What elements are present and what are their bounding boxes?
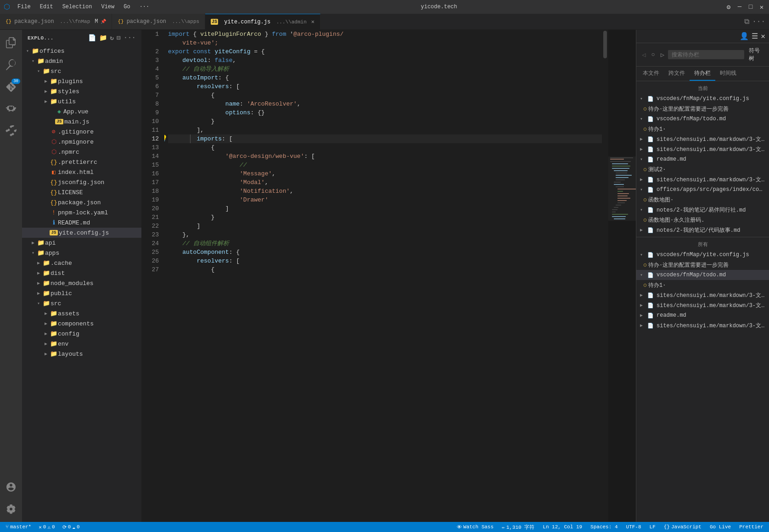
sidebar-item-apps[interactable]: ▾ 📁 apps <box>22 248 141 258</box>
refresh-icon[interactable]: ↻ <box>110 34 114 42</box>
close-panel-icon[interactable]: ✕ <box>761 32 765 41</box>
menu-icon[interactable]: ☰ <box>752 32 758 41</box>
sidebar-item-assets[interactable]: ▶ 📁 assets <box>22 308 141 319</box>
panel-item-notes-1-1[interactable]: ◯ 函数地图·永久注册码. <box>636 215 769 225</box>
status-cursor[interactable]: Ln 12, Col 19 <box>541 524 584 530</box>
status-prettier[interactable]: Prettier <box>737 524 765 530</box>
menu-more[interactable]: ··· <box>136 3 153 11</box>
settings-icon[interactable]: ⚙ <box>725 3 732 11</box>
title-search[interactable]: yicode.tech <box>157 4 721 10</box>
panel-all-sites-1[interactable]: ▶ 📄 sites/chensuiyi.me/markdown/3-文章 <box>636 290 769 300</box>
sidebar-item-dist[interactable]: ▶ 📁 dist <box>22 268 141 278</box>
tab-timeline[interactable]: 时间线 <box>715 67 741 81</box>
sidebar-item-src[interactable]: ▾ 📁 src <box>22 66 141 76</box>
status-line-ending[interactable]: LF <box>648 524 657 530</box>
sidebar-item-styles[interactable]: ▶ 📁 styles <box>22 86 141 96</box>
panel-item-todo-md[interactable]: ▾ 📄 vscodes/fnMap/todo.md <box>636 114 769 124</box>
status-errors-warnings[interactable]: ✕ 0 ⚠ 0 <box>37 524 56 530</box>
status-watch-sass[interactable]: 👁 Watch Sass <box>455 524 495 530</box>
sidebar-item-node-modules[interactable]: ▶ 📁 node_modules <box>22 278 141 288</box>
close-button[interactable]: ✕ <box>758 3 765 11</box>
sidebar-item-readme[interactable]: ℹ README.md <box>22 218 141 228</box>
nav-forward-icon[interactable]: ▷ <box>659 50 666 60</box>
panel-all-readme[interactable]: ▶ 📄 readme.md <box>636 310 769 320</box>
maximize-button[interactable]: □ <box>747 3 754 11</box>
panel-item-readme[interactable]: ▾ 📄 readme.md <box>636 154 769 164</box>
menu-go[interactable]: Go <box>120 3 134 11</box>
panel-item-offices-1[interactable]: ◯ 函数地图· <box>636 195 769 205</box>
tab-package-json-fnmap[interactable]: {} package.json ...\\fnMap M 📌 <box>0 14 112 29</box>
collapse-all-icon[interactable]: ⊟ <box>117 34 121 42</box>
status-language[interactable]: {} JavaScript <box>662 524 703 530</box>
sidebar-item-layouts[interactable]: ▶ 📁 layouts <box>22 349 141 359</box>
editor-content[interactable]: 1 2 3 4 5 6 7 8 9 10 11 12 13 14 15 16 1… <box>141 30 636 522</box>
more-actions-icon[interactable]: ··· <box>752 17 765 26</box>
menu-selection[interactable]: Selection <box>59 3 96 11</box>
status-spaces[interactable]: Spaces: 4 <box>589 524 619 530</box>
sidebar-item-config[interactable]: ▶ 📁 config <box>22 329 141 339</box>
activity-account[interactable] <box>0 476 22 498</box>
sidebar-item-jsconfig-json[interactable]: {} jsconfig.json <box>22 177 141 187</box>
menu-file[interactable]: File <box>14 3 34 11</box>
panel-all-todo-md[interactable]: ▾ 📄 vscodes/fnMap/todo.md <box>636 270 769 280</box>
search-input[interactable] <box>668 50 744 59</box>
sidebar-item-utils[interactable]: ▶ 📁 utils <box>22 96 141 106</box>
activity-git[interactable]: 30 <box>0 76 22 98</box>
activity-settings[interactable] <box>0 498 22 520</box>
sidebar-item-package-json[interactable]: {} package.json <box>22 197 141 207</box>
sidebar-item-license[interactable]: {} LICENSE <box>22 187 141 197</box>
tab-close-button[interactable]: ✕ <box>311 18 314 25</box>
activity-files[interactable] <box>0 32 22 54</box>
new-file-icon[interactable]: 📄 <box>88 34 96 42</box>
status-branch[interactable]: ⑂ master* <box>4 524 33 530</box>
panel-item-offices[interactable]: ▾ 📄 offices/apps/src/pages/index/compo..… <box>636 185 769 195</box>
status-go-live[interactable]: Go Live <box>708 524 733 530</box>
sidebar-item-main-js[interactable]: JS main.js <box>22 117 141 127</box>
tab-yite-config[interactable]: JS yite.config.js ...\\admin ✕ <box>205 14 320 29</box>
editor-scrollbar[interactable] <box>602 30 608 522</box>
sidebar-item-pnpm-lock[interactable]: ! pnpm-lock.yaml <box>22 207 141 218</box>
status-chars[interactable]: ✏ 1,310 字符 <box>500 524 536 531</box>
activity-search[interactable] <box>0 54 22 76</box>
nav-circle-icon[interactable]: ○ <box>649 50 657 59</box>
sidebar-item-prettierrc[interactable]: {} .prettierrc <box>22 157 141 167</box>
panel-all-sites-3[interactable]: ▶ 📄 sites/chensuiyi.me/markdown/3-文章 <box>636 320 769 330</box>
panel-item-sites-1[interactable]: ▶ 📄 sites/chensuiyi.me/markdown/3-文章 <box>636 134 769 144</box>
account-icon[interactable]: 👤 <box>740 32 749 41</box>
panel-item-notes-1[interactable]: ▾ 📄 notes/2-我的笔记/易伴同行社.md <box>636 205 769 215</box>
status-encoding[interactable]: UTF-8 <box>624 524 643 530</box>
minimize-button[interactable]: ─ <box>736 3 743 11</box>
new-folder-icon[interactable]: 📁 <box>99 34 107 42</box>
sidebar-item-npmrc[interactable]: ⬡ .npmrc <box>22 147 141 157</box>
panel-item-sites-3[interactable]: ▶ 📄 sites/chensuiyi.me/markdown/3-文章 <box>636 174 769 185</box>
sidebar-item-yite-config[interactable]: JS yite.config.js <box>22 228 141 238</box>
menu-edit[interactable]: Edit <box>36 3 57 11</box>
sidebar-item-components[interactable]: ▶ 📁 components <box>22 319 141 329</box>
panel-all-yite-1[interactable]: ◯ 待办·这里的配置需要进一步完善 <box>636 260 769 270</box>
sidebar-item-plugins[interactable]: ▶ 📁 plugins <box>22 76 141 86</box>
sidebar-item-gitignore[interactable]: ⊘ .gitignore <box>22 127 141 137</box>
menu-view[interactable]: View <box>97 3 118 11</box>
panel-all-yite-config[interactable]: ▾ 📄 vscodes/fnMap/yite.config.js <box>636 250 769 260</box>
tab-todo[interactable]: 待办栏 <box>690 67 715 81</box>
sidebar-item-public[interactable]: ▶ 📁 public <box>22 288 141 298</box>
split-editor-icon[interactable]: ⧉ <box>744 17 749 26</box>
panel-item-todo-1[interactable]: ◯ 待办·这里的配置需要进一步完善 <box>636 104 769 114</box>
status-sync[interactable]: ⟳ 0 ☁ 0 <box>61 524 82 530</box>
sidebar-item-offices[interactable]: ▾ 📁 offices <box>22 46 141 56</box>
panel-item-sites-2[interactable]: ▶ 📄 sites/chensuiyi.me/markdown/3-文章 <box>636 144 769 154</box>
panel-item-readme-1[interactable]: ◯ 测试2· <box>636 164 769 174</box>
sidebar-item-npmignore[interactable]: ⬡ .npmignore <box>22 137 141 147</box>
panel-item-todo-md-1[interactable]: ◯ 待办1· <box>636 124 769 134</box>
code-editor[interactable]: import { vitePluginForArco } from '@arco… <box>164 30 602 522</box>
panel-item-notes-2[interactable]: ▶ 📄 notes/2-我的笔记/代码故事.md <box>636 225 769 235</box>
tab-this-file[interactable]: 本文件 <box>638 67 664 81</box>
activity-debug[interactable] <box>0 98 22 120</box>
panel-all-todo-md-1[interactable]: ◯ 待办1· <box>636 280 769 290</box>
sidebar-item-app-vue[interactable]: ◈ App.vue <box>22 106 141 117</box>
sidebar-item-api[interactable]: ▶ 📁 api <box>22 238 141 248</box>
sidebar-item-index-html[interactable]: ◧ index.html <box>22 167 141 177</box>
sidebar-item-src-apps[interactable]: ▾ 📁 src <box>22 298 141 308</box>
activity-extensions[interactable] <box>0 120 22 142</box>
more-options-icon[interactable]: ··· <box>123 34 136 42</box>
